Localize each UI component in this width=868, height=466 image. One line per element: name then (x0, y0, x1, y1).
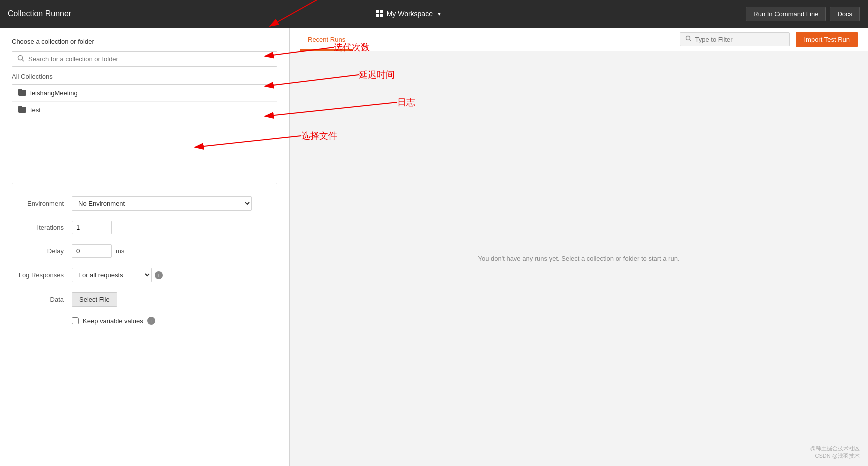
tabs: Recent Runs (300, 28, 354, 51)
log-info-icon[interactable]: i (155, 272, 163, 280)
svg-rect-2 (376, 14, 379, 17)
svg-text:选择文件: 选择文件 (302, 131, 338, 141)
main-layout: Choose a collection or folder All Collec… (0, 28, 868, 466)
list-item[interactable]: leishangMeeting (12, 85, 277, 102)
delay-label: Delay (12, 248, 72, 255)
filter-input[interactable] (695, 36, 784, 44)
iterations-row: Iterations (12, 221, 278, 234)
watermark-line1: @稀土掘金技术社区 (810, 445, 860, 452)
keep-variable-info-icon[interactable]: i (148, 317, 156, 325)
environment-select[interactable]: No Environment (72, 196, 252, 211)
workspace-name: My Workspace (387, 10, 433, 18)
filter-search-icon (686, 36, 692, 44)
folder-icon (18, 106, 26, 114)
log-responses-row: Log Responses For all requests For faile… (12, 268, 278, 282)
app-title: Collection Runner (8, 10, 72, 18)
header-actions: Run In Command Line Docs (746, 7, 860, 22)
right-panel-controls: Import Test Run (680, 32, 858, 48)
left-panel: Choose a collection or folder All Collec… (0, 28, 290, 466)
run-in-command-line-button[interactable]: Run In Command Line (746, 7, 826, 22)
iterations-label: Iterations (12, 224, 72, 232)
workspace-selector[interactable]: My Workspace ▼ (376, 10, 442, 18)
ms-unit-label: ms (116, 248, 124, 255)
svg-line-7 (690, 40, 692, 42)
collection-search-box[interactable] (12, 52, 278, 67)
watermark: @稀土掘金技术社区 CSDN @浅羽技术 (810, 445, 860, 460)
runner-config-form: Environment No Environment Iterations De… (12, 196, 278, 325)
chevron-down-icon: ▼ (437, 12, 442, 17)
search-icon (18, 55, 24, 64)
watermark-line2: CSDN @浅羽技术 (810, 452, 860, 460)
right-panel-header: Recent Runs Import Test Run (290, 28, 868, 52)
svg-line-5 (22, 60, 24, 62)
log-select[interactable]: For all requests For failed requests No … (72, 268, 152, 282)
delay-row: Delay ms (12, 244, 278, 258)
svg-text:日志: 日志 (398, 98, 416, 108)
search-input[interactable] (28, 56, 272, 63)
data-label: Data (12, 296, 72, 304)
keep-variable-label: Keep variable values (83, 318, 144, 325)
svg-rect-1 (380, 10, 383, 13)
list-item[interactable]: test (12, 102, 277, 118)
folder-icon (18, 89, 26, 98)
collections-list: leishangMeeting test (12, 84, 278, 184)
delay-input[interactable] (72, 244, 112, 258)
docs-button[interactable]: Docs (830, 7, 860, 22)
filter-search-box[interactable] (680, 32, 790, 46)
iterations-input[interactable] (72, 221, 112, 234)
keep-variable-checkbox[interactable] (72, 318, 79, 324)
log-dropdown: For all requests For failed requests No … (72, 268, 163, 282)
choose-collection-label: Choose a collection or folder (12, 38, 278, 46)
data-row: Data Select File (12, 292, 278, 307)
import-test-run-button[interactable]: Import Test Run (796, 32, 858, 48)
log-responses-label: Log Responses (12, 272, 72, 279)
svg-rect-0 (376, 10, 379, 13)
tab-recent-runs[interactable]: Recent Runs (300, 28, 354, 51)
svg-text:延迟时间: 延迟时间 (358, 70, 395, 80)
collection-name: test (30, 106, 41, 114)
svg-point-6 (686, 36, 690, 40)
collection-name: leishangMeeting (30, 90, 78, 97)
environment-row: Environment No Environment (12, 196, 278, 211)
grid-icon (376, 10, 383, 18)
empty-runs-message: You don't have any runs yet. Select a co… (478, 255, 680, 262)
svg-rect-3 (380, 14, 383, 17)
right-panel: Recent Runs Import Test Run You don't ha… (290, 28, 868, 466)
svg-point-4 (18, 56, 23, 60)
app-header: Collection Runner My Workspace ▼ Run In … (0, 0, 868, 28)
keep-variable-row: Keep variable values i (72, 317, 278, 325)
select-file-button[interactable]: Select File (72, 292, 118, 307)
environment-label: Environment (12, 200, 72, 208)
right-panel-body: You don't have any runs yet. Select a co… (290, 52, 868, 466)
all-collections-label: All Collections (12, 73, 278, 80)
